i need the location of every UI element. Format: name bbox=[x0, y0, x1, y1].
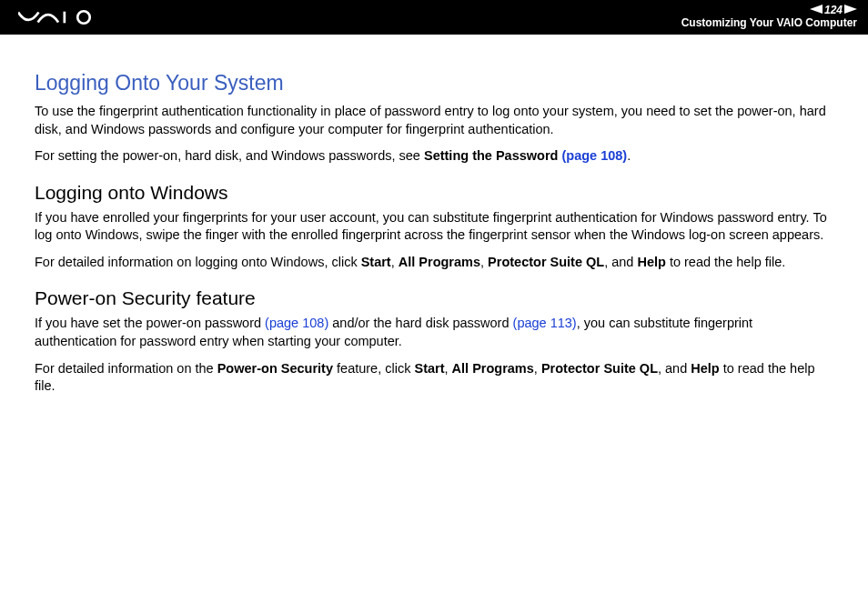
header-bar: 124 Customizing Your VAIO Computer bbox=[0, 0, 868, 35]
protector-suite-label: Protector Suite QL bbox=[488, 255, 604, 269]
text: and/or the hard disk password bbox=[328, 316, 512, 330]
protector-suite-label: Protector Suite QL bbox=[541, 361, 658, 376]
page-113-link[interactable]: (page 113) bbox=[513, 316, 577, 330]
text: For detailed information on the bbox=[35, 361, 217, 376]
setting-password-label: Setting the Password bbox=[424, 148, 561, 163]
header-right: 124 Customizing Your VAIO Computer bbox=[681, 4, 857, 30]
svg-point-1 bbox=[77, 11, 90, 24]
page-108-link[interactable]: (page 108) bbox=[265, 316, 328, 330]
password-setting-paragraph: For setting the power-on, hard disk, and… bbox=[35, 147, 833, 166]
power-on-paragraph: If you have set the power-on password (p… bbox=[35, 315, 833, 350]
start-label: Start bbox=[414, 361, 444, 376]
power-on-help-paragraph: For detailed information on the Power-on… bbox=[35, 360, 833, 396]
text: , and bbox=[604, 255, 637, 269]
text: feature, click bbox=[333, 361, 414, 376]
text: If you have set the power-on password bbox=[35, 316, 265, 330]
help-label: Help bbox=[691, 361, 719, 376]
windows-help-paragraph: For detailed information on logging onto… bbox=[35, 254, 833, 272]
page-number: 124 bbox=[824, 4, 843, 16]
next-page-arrow-icon[interactable] bbox=[844, 4, 857, 16]
intro-paragraph: To use the fingerprint authentication fu… bbox=[35, 103, 833, 138]
text: For detailed information on logging onto… bbox=[35, 255, 361, 269]
page-title: Logging Onto Your System bbox=[35, 71, 833, 95]
text: , bbox=[445, 361, 452, 376]
logging-windows-heading: Logging onto Windows bbox=[35, 182, 833, 204]
text: , bbox=[480, 255, 488, 269]
page-content: Logging Onto Your System To use the fing… bbox=[0, 35, 868, 396]
text: For setting the power-on, hard disk, and… bbox=[35, 148, 424, 163]
text: to read the help file. bbox=[666, 255, 785, 269]
text: , and bbox=[658, 361, 691, 376]
page-navigation: 124 bbox=[810, 4, 857, 16]
help-label: Help bbox=[637, 255, 665, 269]
all-programs-label: All Programs bbox=[399, 255, 480, 269]
prev-page-arrow-icon[interactable] bbox=[810, 4, 823, 16]
section-title: Customizing Your VAIO Computer bbox=[681, 16, 857, 29]
svg-marker-2 bbox=[810, 5, 823, 14]
page-108-link[interactable]: (page 108) bbox=[561, 148, 627, 163]
svg-rect-0 bbox=[64, 12, 66, 24]
power-on-security-label: Power-on Security bbox=[217, 361, 333, 376]
text: , bbox=[391, 255, 399, 269]
vaio-logo-icon bbox=[18, 9, 100, 25]
svg-marker-3 bbox=[844, 5, 857, 14]
all-programs-label: All Programs bbox=[452, 361, 534, 376]
text: . bbox=[627, 148, 631, 163]
vaio-logo bbox=[18, 9, 100, 25]
windows-fingerprint-paragraph: If you have enrolled your fingerprints f… bbox=[35, 209, 833, 245]
power-on-heading: Power-on Security feature bbox=[35, 287, 833, 309]
text: , bbox=[534, 361, 541, 376]
start-label: Start bbox=[361, 255, 391, 269]
